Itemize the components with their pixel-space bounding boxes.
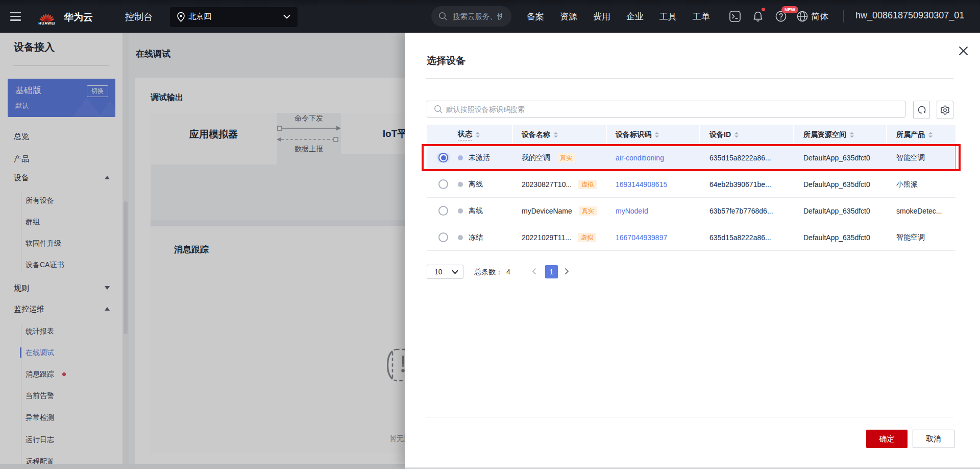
- col-node-id[interactable]: 设备标识码: [607, 125, 699, 145]
- col-device-name[interactable]: 设备名称: [513, 125, 606, 145]
- ok-button[interactable]: 确定: [866, 430, 908, 448]
- real-badge: 真实: [579, 206, 597, 216]
- global-search-placeholder: 搜索云服务、快: [453, 12, 502, 21]
- search-icon: [438, 12, 448, 21]
- gear-icon: [940, 105, 950, 115]
- status-dot: [458, 155, 463, 160]
- sort-icon[interactable]: [928, 132, 933, 138]
- notification-bell-icon[interactable]: [752, 11, 764, 22]
- region-chevron-down-icon: [283, 14, 290, 19]
- topbar-menu-resources[interactable]: 资源: [560, 11, 577, 22]
- table-row[interactable]: 离线 20230827T10...虚拟 1693144908615 64eb2b…: [427, 171, 955, 198]
- total-count: 总条数：4: [474, 268, 510, 277]
- table-row[interactable]: 离线 myDeviceName真实 myNodeId 63b57fe7b7768…: [427, 198, 955, 224]
- drawer-title-divider: [426, 78, 953, 79]
- node-id-link[interactable]: 1693144908615: [616, 180, 667, 189]
- hamburger-menu-icon[interactable]: [10, 12, 21, 21]
- topbar-divider2: [843, 10, 844, 22]
- virtual-badge: 虚拟: [578, 233, 596, 242]
- cancel-button[interactable]: 取消: [913, 430, 954, 448]
- col-device-id[interactable]: 设备ID: [700, 125, 793, 145]
- sort-icon[interactable]: [554, 132, 558, 138]
- node-id-link[interactable]: 1667044939897: [616, 233, 667, 242]
- device-search-box: [427, 101, 905, 118]
- global-search[interactable]: 搜索云服务、快: [431, 6, 511, 27]
- language-label[interactable]: 简体: [811, 11, 828, 22]
- topbar-menu-enterprise[interactable]: 企业: [626, 11, 644, 22]
- help-new-badge: NEW: [781, 6, 798, 13]
- col-resource-space[interactable]: 所属资源空间: [794, 125, 886, 145]
- virtual-badge: 虚拟: [578, 180, 597, 189]
- device-search-input[interactable]: [446, 101, 900, 117]
- sort-icon[interactable]: [655, 132, 659, 138]
- settings-button[interactable]: [937, 101, 953, 119]
- radio-unselected[interactable]: [438, 206, 448, 216]
- current-page-button[interactable]: 1: [545, 265, 558, 278]
- status-dot: [458, 235, 463, 240]
- topbar-menu-billing[interactable]: 费用: [593, 11, 610, 22]
- prev-page-icon[interactable]: [530, 267, 538, 275]
- topbar-menu-ticket[interactable]: 工单: [693, 11, 710, 22]
- page-size-select[interactable]: 10: [427, 265, 463, 279]
- table-row[interactable]: 未激活 我的空调真实 air-conditioning 635d15a8222a…: [427, 145, 955, 171]
- status-dot: [458, 182, 463, 187]
- sort-icon[interactable]: [850, 132, 854, 138]
- col-product[interactable]: 所属产品: [887, 125, 955, 145]
- status-dot: [458, 208, 463, 214]
- region-label: 北京四: [188, 12, 211, 21]
- device-table: 状态 设备名称 设备标识码 设备ID 所属资源空间 所属产品: [427, 125, 955, 251]
- radio-selected[interactable]: [438, 153, 448, 162]
- region-selector[interactable]: 北京四: [170, 7, 298, 27]
- topbar-menu: 备案 资源 费用 企业 工具 工单: [527, 0, 710, 33]
- footer-divider: [426, 417, 953, 417]
- location-pin-icon: [177, 12, 185, 22]
- sort-icon[interactable]: [734, 132, 739, 138]
- drawer-title: 选择设备: [427, 54, 465, 67]
- console-link[interactable]: 控制台: [125, 11, 153, 23]
- table-row[interactable]: 冻结 20221029T11...虚拟 1667044939897 635d15…: [427, 224, 955, 251]
- brand-name: 华为云: [64, 11, 93, 24]
- radio-unselected[interactable]: [438, 179, 448, 189]
- col-status[interactable]: 状态: [427, 125, 512, 145]
- device-search-icon: [434, 105, 443, 114]
- topbar-menu-beian[interactable]: 备案: [527, 11, 544, 22]
- huawei-logo-word: HUAWEI: [37, 21, 57, 26]
- refresh-button[interactable]: [913, 101, 930, 119]
- language-globe-icon[interactable]: [797, 11, 808, 22]
- page: 设备接入 基础版 切换 默认 总览 产品 设备 所有设备 群组 软固件升级 设备…: [0, 33, 980, 469]
- notification-dot: [762, 8, 765, 11]
- device-table-header: 状态 设备名称 设备标识码 设备ID 所属资源空间 所属产品: [427, 125, 955, 145]
- node-id-link[interactable]: air-conditioning: [616, 154, 664, 162]
- real-badge: 真实: [557, 153, 575, 162]
- refresh-icon: [917, 105, 926, 114]
- next-page-icon[interactable]: [562, 267, 571, 275]
- cli-terminal-icon[interactable]: [729, 11, 741, 22]
- topbar-divider: [110, 10, 110, 23]
- sort-icon[interactable]: [476, 132, 480, 138]
- select-chevron-down-icon: [452, 270, 458, 274]
- topbar-menu-tools[interactable]: 工具: [659, 11, 677, 22]
- account-name[interactable]: hw_008618750930307_01: [855, 10, 964, 21]
- node-id-link[interactable]: myNodeId: [616, 207, 648, 215]
- topbar: HUAWEI 华为云 控制台 北京四 搜索云服务、快 备案 资源 费用 企业 工…: [0, 0, 980, 33]
- close-icon[interactable]: [958, 45, 969, 56]
- radio-unselected[interactable]: [438, 232, 448, 242]
- select-device-drawer: 选择设备: [405, 33, 980, 469]
